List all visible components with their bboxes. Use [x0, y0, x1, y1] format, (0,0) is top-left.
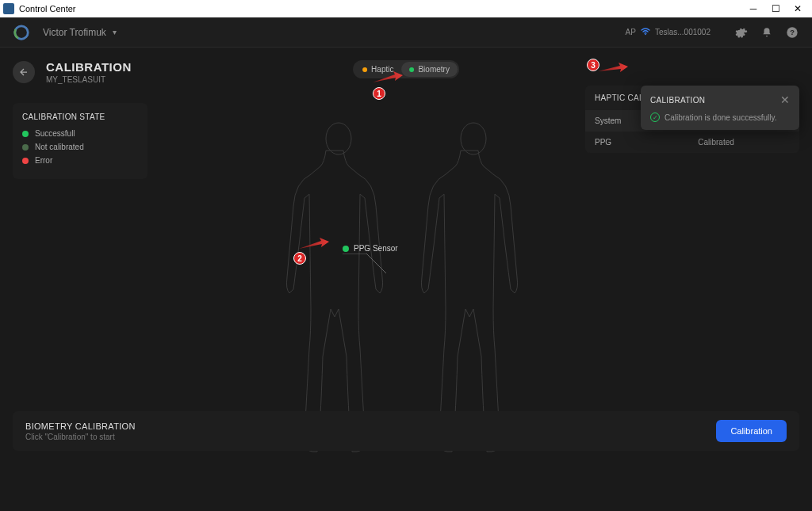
- sensor-text: PPG Sensor: [354, 244, 398, 253]
- tab-switcher: Haptic Biometry: [353, 60, 459, 78]
- legend-item-error: Error: [22, 156, 138, 165]
- svg-point-6: [461, 123, 486, 154]
- status-dot-icon: [409, 67, 414, 72]
- tab-biometry-label: Biometry: [418, 65, 449, 74]
- minimize-button[interactable]: ─: [742, 0, 764, 17]
- toast-title: CALIBRATION: [650, 96, 705, 105]
- calibration-button[interactable]: Calibration: [716, 420, 787, 442]
- calibration-toast: CALIBRATION ✕ ✓ Calibration is done succ…: [641, 86, 799, 130]
- bottom-bar: BIOMETRY CALIBRATION Click "Calibration"…: [13, 411, 799, 451]
- status-dot-icon: [362, 67, 367, 72]
- window-title: Control Center: [19, 4, 742, 13]
- ap-label: AP: [626, 28, 636, 36]
- gear-icon[interactable]: [734, 25, 749, 40]
- svg-text:?: ?: [790, 29, 795, 36]
- legend-item-label: Successfull: [35, 129, 75, 138]
- maximize-button[interactable]: ☐: [764, 0, 787, 17]
- check-icon: ✓: [650, 112, 660, 122]
- status-dot-icon: [22, 144, 29, 151]
- annotation-marker-1: 1: [373, 87, 385, 100]
- panel-row-ppg: PPG Calibrated: [585, 132, 799, 153]
- annotation-marker-3: 3: [587, 59, 599, 71]
- window-titlebar: Control Center ─ ☐ ✕: [0, 0, 812, 17]
- legend-item-label: Not calibrated: [35, 143, 84, 151]
- legend-title: CALIBRATION STATE: [22, 112, 138, 121]
- annotation-arrow-2: [297, 238, 329, 250]
- bottom-title: BIOMETRY CALIBRATION: [25, 421, 716, 431]
- app-logo: [13, 24, 30, 41]
- annotation-arrow-1: [371, 71, 403, 84]
- user-name[interactable]: Victor Trofimuk: [43, 27, 106, 38]
- bell-icon[interactable]: [760, 25, 774, 40]
- row-label: PPG: [595, 138, 642, 147]
- row-status: Calibrated: [642, 138, 790, 147]
- close-icon[interactable]: ✕: [780, 93, 790, 106]
- ppg-sensor-label: PPG Sensor: [343, 244, 398, 253]
- bottom-subtitle: Click "Calibration" to start: [25, 433, 716, 441]
- annotation-marker-2: 2: [293, 252, 306, 265]
- status-dot-icon: [343, 246, 349, 252]
- legend-item-label: Error: [35, 156, 52, 165]
- legend-item-successfull: Successfull: [22, 129, 138, 138]
- ap-info[interactable]: AP Teslas...001002: [626, 28, 710, 37]
- sensor-connector: [343, 254, 390, 277]
- page-title: CALIBRATION: [46, 60, 132, 74]
- wifi-icon: [641, 28, 650, 37]
- chevron-down-icon[interactable]: ▾: [113, 28, 117, 36]
- toast-message: Calibration is done successfully.: [665, 113, 777, 122]
- legend-item-not-calibrated: Not calibrated: [22, 143, 138, 151]
- back-button[interactable]: [13, 61, 35, 83]
- svg-point-2: [645, 33, 646, 35]
- app-icon: [3, 3, 14, 14]
- svg-point-5: [326, 123, 351, 154]
- annotation-arrow-3: [596, 62, 628, 74]
- help-icon[interactable]: ?: [785, 25, 799, 40]
- body-view: PPG Sensor: [271, 119, 541, 460]
- status-dot-icon: [22, 158, 29, 164]
- row-label: System: [595, 116, 642, 125]
- legend-panel: CALIBRATION STATE Successfull Not calibr…: [13, 103, 147, 179]
- top-bar: Victor Trofimuk ▾ AP Teslas...001002 ?: [0, 17, 812, 48]
- page-subtitle: MY_TESLASUIT: [46, 75, 132, 84]
- ap-device: Teslas...001002: [655, 28, 710, 36]
- tab-biometry[interactable]: Biometry: [401, 62, 457, 77]
- status-dot-icon: [22, 131, 29, 137]
- close-button[interactable]: ✕: [787, 0, 809, 17]
